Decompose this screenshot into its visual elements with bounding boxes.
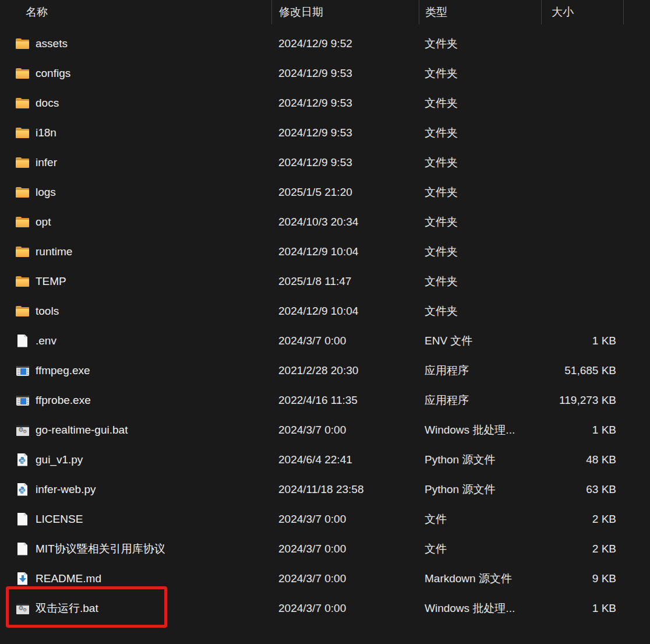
file-type: 文件夹 — [425, 274, 458, 289]
date-modified: 2024/3/7 0:00 — [278, 424, 346, 437]
table-row[interactable]: logs 2025/1/5 21:20 文件夹 — [0, 177, 650, 207]
date-modified: 2024/12/9 9:53 — [278, 67, 352, 80]
file-size: 1 KB — [592, 424, 616, 437]
file-name: ffmpeg.exe — [36, 364, 90, 377]
file-name: MIT协议暨相关引用库协议 — [36, 541, 165, 557]
table-row[interactable]: configs 2024/12/9 9:53 文件夹 — [0, 58, 650, 88]
table-row[interactable]: infer-web.py 2024/11/18 23:58 Python 源文件… — [0, 474, 650, 504]
table-row[interactable]: ⚙⚙ 双击运行.bat 2024/3/7 0:00 Windows 批处理...… — [0, 593, 650, 623]
file-type: Windows 批处理... — [425, 601, 515, 616]
folder-icon — [16, 275, 30, 288]
date-modified: 2024/6/4 22:41 — [278, 453, 352, 466]
file-type: 文件夹 — [425, 36, 458, 51]
file-name: infer-web.py — [36, 483, 96, 496]
file-type: 文件夹 — [425, 66, 458, 81]
file-size: 51,685 KB — [564, 364, 616, 377]
file-name: tools — [36, 305, 59, 318]
date-modified: 2022/4/16 11:35 — [278, 394, 358, 407]
file-size: 9 KB — [592, 572, 616, 585]
folder-icon — [16, 37, 30, 50]
table-row[interactable]: ⚙⚙ go-realtime-gui.bat 2024/3/7 0:00 Win… — [0, 415, 650, 445]
folder-icon — [16, 126, 30, 139]
file-type: Markdown 源文件 — [425, 571, 512, 586]
batch-file-icon: ⚙⚙ — [16, 424, 30, 437]
folder-icon — [16, 97, 30, 110]
table-row[interactable]: i18n 2024/12/9 9:53 文件夹 — [0, 118, 650, 147]
application-icon — [16, 394, 30, 407]
file-name: README.md — [36, 572, 101, 585]
file-name: infer — [36, 156, 57, 169]
file-type: Windows 批处理... — [425, 423, 515, 438]
table-row[interactable]: ffmpeg.exe 2021/2/28 20:30 应用程序 51,685 K… — [0, 356, 650, 385]
folder-icon — [16, 305, 30, 318]
file-size: 2 KB — [592, 513, 616, 526]
file-name: LICENSE — [36, 513, 83, 526]
date-modified: 2025/1/8 11:47 — [278, 275, 351, 288]
sort-ascending-chevron: ˆ — [131, 0, 133, 2]
file-type: 应用程序 — [425, 363, 469, 378]
table-row[interactable]: README.md 2024/3/7 0:00 Markdown 源文件 9 K… — [0, 564, 650, 593]
file-type: 文件夹 — [425, 185, 458, 200]
table-row[interactable]: infer 2024/12/9 9:53 文件夹 — [0, 147, 650, 177]
file-type: 文件夹 — [425, 244, 458, 259]
table-row[interactable]: ffprobe.exe 2022/4/16 11:35 应用程序 119,273… — [0, 385, 650, 415]
file-name: docs — [36, 97, 59, 110]
file-size: 1 KB — [592, 335, 616, 347]
file-type: ENV 文件 — [425, 333, 472, 349]
column-header-name[interactable]: 名称 — [0, 0, 271, 24]
file-name: go-realtime-gui.bat — [36, 424, 128, 437]
table-row[interactable]: tools 2024/12/9 10:04 文件夹 — [0, 296, 650, 326]
file-type: 文件夹 — [425, 96, 458, 111]
column-header-date-modified[interactable]: 修改日期 — [271, 0, 419, 24]
date-modified: 2024/12/9 9:52 — [278, 37, 352, 50]
application-icon — [16, 364, 30, 377]
file-type: Python 源文件 — [425, 452, 495, 467]
table-row[interactable]: MIT协议暨相关引用库协议 2024/3/7 0:00 文件 2 KB — [0, 534, 650, 564]
file-size: 63 KB — [586, 483, 616, 496]
date-modified: 2024/12/9 10:04 — [278, 245, 358, 258]
column-header-size-label: 大小 — [552, 5, 574, 20]
file-name: i18n — [36, 126, 56, 139]
file-type: 文件夹 — [425, 214, 458, 230]
column-header-type[interactable]: 类型 — [419, 0, 541, 24]
table-row[interactable]: docs 2024/12/9 9:53 文件夹 — [0, 88, 650, 118]
file-type: 文件夹 — [425, 155, 458, 170]
file-type: 文件 — [425, 512, 447, 527]
table-row[interactable]: gui_v1.py 2024/6/4 22:41 Python 源文件 48 K… — [0, 445, 650, 474]
folder-icon — [16, 186, 30, 199]
column-header-size[interactable]: 大小 — [541, 0, 624, 24]
file-list: assets 2024/12/9 9:52 文件夹 configs 2024/1… — [0, 24, 650, 623]
folder-icon — [16, 156, 30, 169]
date-modified: 2024/3/7 0:00 — [278, 543, 346, 555]
date-modified: 2024/10/3 20:34 — [278, 216, 358, 228]
date-modified: 2024/12/9 9:53 — [278, 126, 352, 139]
file-name: logs — [36, 186, 56, 199]
date-modified: 2024/3/7 0:00 — [278, 602, 346, 615]
table-row[interactable]: opt 2024/10/3 20:34 文件夹 — [0, 207, 650, 237]
file-type: 文件夹 — [425, 304, 458, 319]
column-header-date-label: 修改日期 — [279, 5, 323, 20]
batch-file-icon: ⚙⚙ — [16, 602, 30, 615]
file-name: .env — [36, 335, 56, 347]
table-row[interactable]: TEMP 2025/1/8 11:47 文件夹 — [0, 266, 650, 296]
date-modified: 2024/3/7 0:00 — [278, 335, 346, 347]
date-modified: 2024/12/9 9:53 — [278, 156, 352, 169]
file-type: 文件夹 — [425, 125, 458, 140]
table-row[interactable]: assets 2024/12/9 9:52 文件夹 — [0, 29, 650, 58]
file-size: 2 KB — [592, 543, 616, 555]
folder-icon — [16, 245, 30, 258]
table-row[interactable]: runtime 2024/12/9 10:04 文件夹 — [0, 237, 650, 266]
date-modified: 2025/1/5 21:20 — [278, 186, 352, 199]
column-header: 名称 修改日期 类型 大小 ˆ — [0, 0, 650, 24]
file-name: ffprobe.exe — [36, 394, 91, 407]
file-name: configs — [36, 67, 70, 80]
file-name: 双击运行.bat — [36, 601, 98, 616]
table-row[interactable]: .env 2024/3/7 0:00 ENV 文件 1 KB — [0, 326, 650, 356]
file-size: 119,273 KB — [559, 394, 616, 407]
folder-icon — [16, 67, 30, 80]
file-name: TEMP — [36, 275, 66, 288]
table-row[interactable]: LICENSE 2024/3/7 0:00 文件 2 KB — [0, 504, 650, 534]
file-icon — [16, 513, 30, 526]
file-type: 文件 — [425, 541, 447, 557]
file-size: 48 KB — [586, 453, 616, 466]
